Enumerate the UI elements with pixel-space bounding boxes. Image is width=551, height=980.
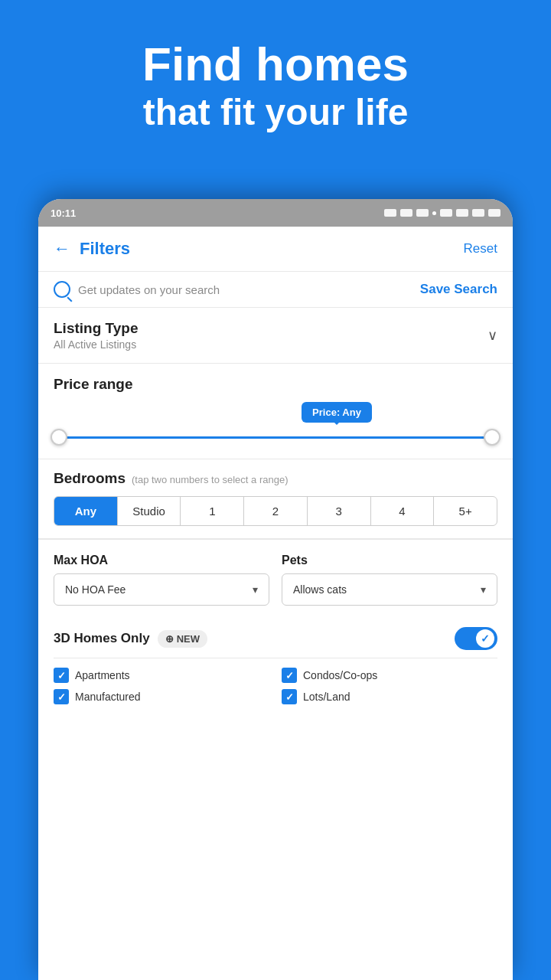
status-icons — [384, 209, 500, 217]
status-icon-linkedin — [400, 209, 412, 217]
hero-subtitle: that fit your life — [31, 90, 520, 135]
homes-3d-text: 3D Homes Only — [54, 631, 150, 646]
hero-section: Find homes that fit your life — [0, 0, 551, 158]
bedroom-option-any[interactable]: Any — [54, 497, 118, 525]
toggle-check-icon: ✓ — [481, 632, 490, 645]
checkbox-label-lots-land: Lots/Land — [303, 691, 350, 703]
checkbox-check-manufactured: ✓ — [57, 691, 66, 703]
bedrooms-header: Bedrooms (tap two numbers to select a ra… — [54, 470, 497, 487]
listing-type-title: Listing Type — [54, 320, 138, 337]
header-left: ← Filters — [54, 239, 130, 259]
hero-title: Find homes — [31, 38, 520, 90]
toggle-knob: ✓ — [476, 629, 494, 648]
checkbox-check-lots-land: ✓ — [285, 691, 294, 703]
checkbox-check-condos: ✓ — [285, 670, 294, 681]
max-hoa-group: Max HOA No HOA Fee ▾ — [54, 554, 269, 606]
search-hint: Get updates on your search — [54, 281, 220, 298]
max-hoa-label: Max HOA — [54, 554, 269, 567]
new-badge-icon: ⊕ — [165, 633, 174, 645]
bedroom-option-4[interactable]: 4 — [371, 497, 435, 525]
checkbox-label-apartments: Apartments — [75, 669, 130, 681]
new-badge: ⊕ NEW — [158, 630, 207, 648]
checkbox-box-manufactured: ✓ — [54, 689, 69, 704]
listing-type-value: All Active Listings — [54, 338, 138, 351]
checkbox-label-condos: Condos/Co-ops — [303, 669, 377, 681]
homes-3d-label: 3D Homes Only ⊕ NEW — [54, 630, 207, 648]
listing-type-chevron-icon: ∨ — [487, 327, 497, 344]
pets-value: Allows cats — [293, 583, 347, 596]
status-bar: 10:11 — [38, 199, 513, 227]
phone-mockup: 10:11 ← Filters Reset Get updates on — [38, 199, 513, 980]
save-search-button[interactable]: Save Search — [420, 282, 497, 297]
max-hoa-dropdown[interactable]: No HOA Fee ▾ — [54, 573, 269, 606]
max-hoa-value: No HOA Fee — [65, 583, 126, 596]
back-button[interactable]: ← — [54, 239, 70, 259]
checkbox-apartments[interactable]: ✓ Apartments — [54, 668, 269, 683]
checkbox-box-apartments: ✓ — [54, 668, 69, 683]
bedroom-option-studio[interactable]: Studio — [118, 497, 181, 525]
pets-group: Pets Allows cats ▾ — [282, 554, 497, 606]
pets-label: Pets — [282, 554, 497, 567]
status-dot — [432, 211, 436, 215]
property-type-grid: ✓ Apartments ✓ Condos/Co-ops ✓ Manufactu… — [54, 668, 497, 704]
listing-type-header: Listing Type All Active Listings ∨ — [54, 320, 497, 351]
status-icon-image — [384, 209, 396, 217]
slider-thumb-left[interactable] — [51, 429, 67, 446]
bedroom-option-5plus[interactable]: 5+ — [434, 497, 497, 525]
app-content: ← Filters Reset Get updates on your sear… — [38, 227, 513, 980]
status-icon-battery — [488, 209, 500, 217]
status-icon-youtube — [416, 209, 429, 217]
bedroom-options: Any Studio 1 2 3 4 5+ — [54, 496, 497, 526]
search-icon — [54, 281, 70, 298]
bedroom-option-2[interactable]: 2 — [244, 497, 308, 525]
filters-title: Filters — [80, 239, 130, 259]
checkbox-manufactured[interactable]: ✓ Manufactured — [54, 689, 269, 704]
bedroom-option-3[interactable]: 3 — [308, 497, 371, 525]
reset-button[interactable]: Reset — [464, 241, 497, 256]
new-badge-text: NEW — [177, 633, 200, 645]
status-time: 10:11 — [51, 207, 76, 219]
price-slider-track[interactable] — [54, 436, 497, 439]
bottom-overlay: Max HOA No HOA Fee ▾ Pets Allows cats ▾ — [38, 539, 513, 715]
save-search-bar: Get updates on your search Save Search — [38, 272, 513, 308]
checkbox-box-lots-land: ✓ — [282, 689, 297, 704]
bedrooms-title: Bedrooms — [54, 470, 126, 487]
app-header: ← Filters Reset — [38, 227, 513, 272]
status-icon-signal — [472, 209, 484, 217]
checkbox-check-apartments: ✓ — [57, 670, 66, 681]
bedrooms-hint: (tap two numbers to select a range) — [132, 474, 289, 485]
price-bubble: Price: Any — [302, 402, 372, 423]
slider-thumb-right[interactable] — [484, 429, 500, 446]
homes-3d-row: 3D Homes Only ⊕ NEW ✓ — [54, 619, 497, 658]
max-hoa-arrow-icon: ▾ — [253, 583, 258, 596]
checkbox-condos[interactable]: ✓ Condos/Co-ops — [282, 668, 497, 683]
status-icon-mute — [440, 209, 452, 217]
bedroom-option-1[interactable]: 1 — [181, 497, 244, 525]
hoa-pets-row: Max HOA No HOA Fee ▾ Pets Allows cats ▾ — [54, 554, 497, 606]
price-range-section: Price range Price: Any — [38, 364, 513, 459]
listing-type-section[interactable]: Listing Type All Active Listings ∨ — [38, 308, 513, 364]
homes-3d-toggle[interactable]: ✓ — [455, 627, 497, 650]
price-range-title: Price range — [54, 376, 497, 393]
checkbox-box-condos: ✓ — [282, 668, 297, 683]
pets-dropdown[interactable]: Allows cats ▾ — [282, 573, 497, 606]
pets-arrow-icon: ▾ — [481, 583, 486, 596]
status-icon-wifi — [456, 209, 468, 217]
checkbox-lots-land[interactable]: ✓ Lots/Land — [282, 689, 497, 704]
search-hint-text: Get updates on your search — [78, 283, 220, 296]
price-bubble-wrapper: Price: Any — [54, 402, 497, 426]
checkbox-label-manufactured: Manufactured — [75, 691, 141, 703]
bedrooms-section: Bedrooms (tap two numbers to select a ra… — [38, 459, 513, 539]
